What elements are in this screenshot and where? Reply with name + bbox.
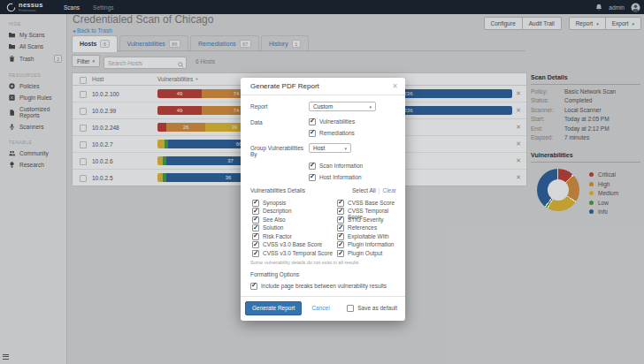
- detail-option[interactable]: Plugin Information: [337, 241, 396, 250]
- checkbox[interactable]: [309, 163, 316, 170]
- clear-link[interactable]: Clear: [382, 187, 396, 193]
- data-option[interactable]: Vulnerabilities: [309, 118, 355, 125]
- formatting-option[interactable]: Include page breaks between vulnerabilit…: [250, 282, 396, 290]
- save-as-default-option[interactable]: Save as default: [347, 304, 397, 312]
- detail-option[interactable]: CVSS Temporal Score: [337, 208, 396, 216]
- details-note: Some vulnerability details do not exist …: [250, 260, 396, 265]
- chevron-down-icon: ▾: [369, 104, 372, 110]
- checkbox-label: STIG Severity: [348, 216, 383, 223]
- checkbox-label: CVSS Base Score: [348, 199, 395, 206]
- checkbox-label: Risk Factor: [263, 232, 292, 239]
- data-option[interactable]: Remediations: [309, 129, 355, 137]
- checkbox[interactable]: [252, 241, 259, 248]
- checkbox[interactable]: [309, 118, 316, 125]
- data-label: Data: [250, 118, 309, 140]
- vulnerability-details-label: Vulnerabilities Details: [250, 187, 305, 193]
- checkbox-label: Exploitable With: [348, 232, 389, 239]
- close-icon[interactable]: ✕: [392, 83, 398, 90]
- nessus-app: nessus Professional Scans Settings admin…: [0, 0, 644, 364]
- checkbox[interactable]: [250, 283, 257, 290]
- checkbox-label: Remediations: [319, 129, 355, 136]
- checkbox[interactable]: [337, 200, 344, 207]
- detail-option[interactable]: CVSS v3.0 Temporal Score: [252, 250, 337, 259]
- checkbox[interactable]: [337, 208, 344, 215]
- generate-report-button[interactable]: Generate Report: [245, 301, 302, 315]
- group-option[interactable]: Scan Information: [309, 162, 363, 170]
- formatting-options-label: Formatting Options: [250, 271, 396, 277]
- detail-option[interactable]: Synopsis: [252, 199, 337, 208]
- cancel-link[interactable]: Cancel: [311, 305, 329, 311]
- checkbox-label: CVSS v3.0 Base Score: [263, 241, 322, 248]
- detail-option[interactable]: Risk Factor: [252, 232, 337, 241]
- checkbox[interactable]: [337, 216, 344, 224]
- checkbox[interactable]: [337, 224, 344, 231]
- detail-option[interactable]: CVSS v3.0 Base Score: [252, 241, 337, 250]
- detail-option[interactable]: Plugin Output: [337, 250, 396, 259]
- modal-title: Generate PDF Report: [250, 82, 319, 90]
- detail-option[interactable]: Description: [252, 208, 337, 216]
- checkbox[interactable]: [309, 130, 316, 137]
- checkbox-label: Host Information: [319, 173, 362, 180]
- generate-pdf-report-modal: Generate PDF Report ✕ Report Custom ▾ Da…: [241, 78, 405, 321]
- checkbox[interactable]: [252, 200, 259, 207]
- checkbox-label: See Also: [263, 216, 286, 223]
- checkbox[interactable]: [252, 208, 259, 215]
- detail-option[interactable]: Exploitable With: [337, 232, 396, 241]
- checkbox-label: Description: [263, 208, 292, 215]
- checkbox[interactable]: [252, 216, 259, 224]
- checkbox-label: Solution: [263, 224, 284, 231]
- report-label: Report: [250, 102, 309, 111]
- checkbox[interactable]: [252, 224, 259, 231]
- save-as-default-checkbox[interactable]: [347, 305, 354, 312]
- checkbox-label: Include page breaks between vulnerabilit…: [261, 282, 387, 289]
- detail-option[interactable]: References: [337, 224, 396, 233]
- group-by-select[interactable]: Host ▾: [309, 143, 351, 153]
- checkbox[interactable]: [337, 241, 344, 248]
- checkbox[interactable]: [309, 174, 316, 181]
- link-separator: |: [379, 187, 380, 193]
- detail-option[interactable]: STIG Severity: [337, 216, 396, 224]
- checkbox-label: References: [348, 224, 377, 231]
- select-all-link[interactable]: Select All: [352, 187, 376, 193]
- detail-option[interactable]: Solution: [252, 224, 337, 233]
- checkbox-label: Plugin Information: [348, 241, 394, 248]
- checkbox-label: Plugin Output: [348, 250, 382, 257]
- detail-option[interactable]: See Also: [252, 216, 337, 224]
- checkbox[interactable]: [337, 250, 344, 257]
- checkbox[interactable]: [252, 250, 259, 257]
- checkbox-label: Scan Information: [319, 162, 363, 169]
- report-type-select[interactable]: Custom ▾: [309, 102, 376, 111]
- checkbox[interactable]: [337, 233, 344, 240]
- group-vulnerabilities-by-label: Group Vulnerabilities By: [250, 143, 309, 157]
- checkbox[interactable]: [252, 233, 259, 240]
- checkbox-label: CVSS v3.0 Temporal Score: [263, 250, 333, 257]
- checkbox-label: Synopsis: [263, 199, 286, 206]
- group-option[interactable]: Host Information: [309, 173, 363, 181]
- checkbox-label: Vulnerabilities: [319, 118, 355, 125]
- chevron-down-icon: ▾: [344, 146, 347, 151]
- detail-option[interactable]: CVSS Base Score: [337, 199, 396, 208]
